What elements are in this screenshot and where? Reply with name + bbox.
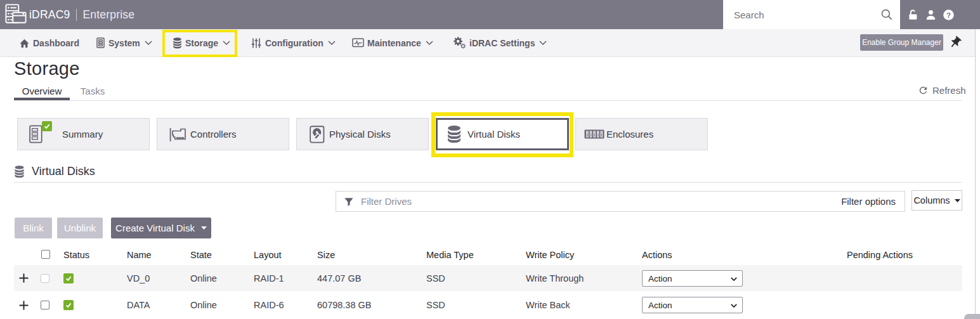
chevron-down-icon (223, 41, 230, 46)
status-ok-icon (63, 300, 74, 310)
nav-item-label: Dashboard (33, 38, 79, 48)
filter-drives-box: Filter options (336, 191, 905, 212)
filter-drives-input[interactable] (336, 192, 905, 211)
cell-size: 60798.38 GB (317, 300, 371, 310)
nav-item-idrac-settings[interactable]: iDRAC Settings (454, 29, 547, 56)
nav-item-storage[interactable]: Storage (173, 29, 230, 56)
brand: iDRAC9 Enterprise (29, 0, 134, 29)
cell-media-type: SSD (426, 300, 445, 310)
status-ok-icon (63, 273, 74, 283)
help-icon[interactable]: ? (943, 9, 955, 21)
row-checkbox[interactable] (41, 301, 49, 309)
row-checkbox[interactable] (41, 274, 49, 283)
column-header-size[interactable]: Size (317, 250, 335, 260)
search-input[interactable] (723, 0, 900, 29)
column-header-write-policy[interactable]: Write Policy (526, 250, 574, 260)
gears-icon (454, 37, 466, 49)
card-label: Controllers (190, 129, 237, 140)
column-header-state[interactable]: State (190, 250, 212, 260)
tab-divider (14, 100, 962, 101)
idrac-logo-icon (5, 4, 27, 25)
sliders-icon (251, 37, 262, 49)
virtual-disks-section-icon (14, 166, 25, 178)
enable-group-manager-button[interactable]: Enable Group Manager (860, 34, 943, 51)
brand-edition: Enterprise (82, 8, 134, 22)
unlock-icon[interactable] (907, 9, 919, 21)
nav-item-label: System (108, 38, 140, 48)
card-virtual-disks[interactable]: Virtual Disks (436, 118, 569, 150)
column-header-actions[interactable]: Actions (642, 250, 672, 260)
nav-item-maintenance[interactable]: Maintenance (352, 29, 433, 56)
card-label: Summary (62, 129, 103, 140)
user-icon[interactable] (925, 9, 937, 21)
column-header-pending-actions[interactable]: Pending Actions (847, 250, 913, 260)
scrollbar-track[interactable] (975, 29, 980, 319)
search-icon[interactable] (881, 9, 892, 20)
select-chevron-icon (731, 277, 737, 281)
column-header-status[interactable]: Status (63, 250, 89, 260)
select-all-checkbox[interactable] (41, 250, 50, 259)
cell-name: DATA (127, 300, 150, 310)
page-title: Storage (14, 58, 80, 79)
caret-down-icon (955, 199, 960, 202)
chevron-down-icon (539, 41, 547, 46)
column-header-media-type[interactable]: Media Type (426, 250, 474, 260)
nav-item-label: Maintenance (367, 38, 421, 48)
action-select-value: Action (648, 274, 672, 283)
create-virtual-disk-button[interactable]: Create Virtual Disk (111, 218, 211, 238)
nav-item-label: iDRAC Settings (469, 38, 535, 48)
action-select[interactable]: Action (642, 270, 743, 287)
main-navbar: Dashboard System Storage (0, 29, 975, 57)
card-physical-disks[interactable]: Physical Disks (296, 118, 429, 150)
refresh-label: Refresh (932, 85, 966, 96)
scrollbar-thumb[interactable] (964, 314, 980, 319)
action-select[interactable]: Action (642, 297, 743, 313)
card-label: Physical Disks (329, 129, 391, 140)
nav-item-system[interactable]: System (96, 29, 152, 56)
tab-tasks[interactable]: Tasks (70, 84, 115, 98)
tab-overview[interactable]: Overview (14, 84, 70, 98)
section-divider (14, 182, 962, 183)
summary-icon (29, 124, 42, 144)
controllers-icon (169, 126, 188, 143)
filter-funnel-icon (344, 197, 354, 207)
refresh-button[interactable]: Refresh (918, 85, 966, 96)
refresh-icon (918, 85, 929, 96)
columns-button[interactable]: Columns (911, 190, 962, 211)
summary-ok-badge-icon (42, 121, 52, 131)
cell-write-policy: Write Through (526, 273, 584, 283)
nav-item-dashboard[interactable]: Dashboard (19, 29, 79, 56)
expand-row-icon[interactable] (19, 273, 29, 283)
card-summary[interactable]: Summary (17, 118, 150, 150)
card-enclosures[interactable]: Enclosures (575, 118, 708, 150)
unblink-button[interactable]: Unblink (57, 218, 103, 238)
storage-disks-icon (173, 37, 182, 49)
brand-separator (76, 9, 77, 21)
virtual-disks-icon (447, 126, 462, 143)
filter-options-link[interactable]: Filter options (841, 192, 896, 211)
pulse-monitor-icon (352, 38, 364, 48)
nav-item-label: Configuration (265, 38, 323, 48)
page-content: Storage Overview Tasks Refresh Summary (0, 57, 975, 319)
cell-layout: RAID-6 (254, 300, 284, 310)
physical-disk-icon (310, 126, 325, 143)
action-select-value: Action (648, 301, 672, 310)
nav-item-configuration[interactable]: Configuration (251, 29, 336, 56)
chevron-down-icon (145, 41, 152, 46)
cell-name: VD_0 (127, 273, 150, 283)
home-icon (19, 38, 30, 48)
svg-text:?: ? (946, 11, 951, 19)
section-header: Virtual Disks (14, 165, 95, 178)
brand-product: iDRAC9 (29, 8, 70, 22)
column-header-name[interactable]: Name (127, 250, 152, 260)
search-box (723, 0, 900, 29)
section-title: Virtual Disks (32, 165, 95, 178)
top-header-bar: iDRAC9 Enterprise ? (0, 0, 980, 29)
expand-row-icon[interactable] (19, 301, 29, 310)
blink-button[interactable]: Blink (15, 218, 52, 238)
cell-media-type: SSD (426, 273, 445, 283)
pin-icon[interactable] (948, 36, 962, 49)
column-header-layout[interactable]: Layout (254, 250, 282, 260)
card-label: Enclosures (606, 129, 653, 140)
card-controllers[interactable]: Controllers (157, 118, 289, 150)
